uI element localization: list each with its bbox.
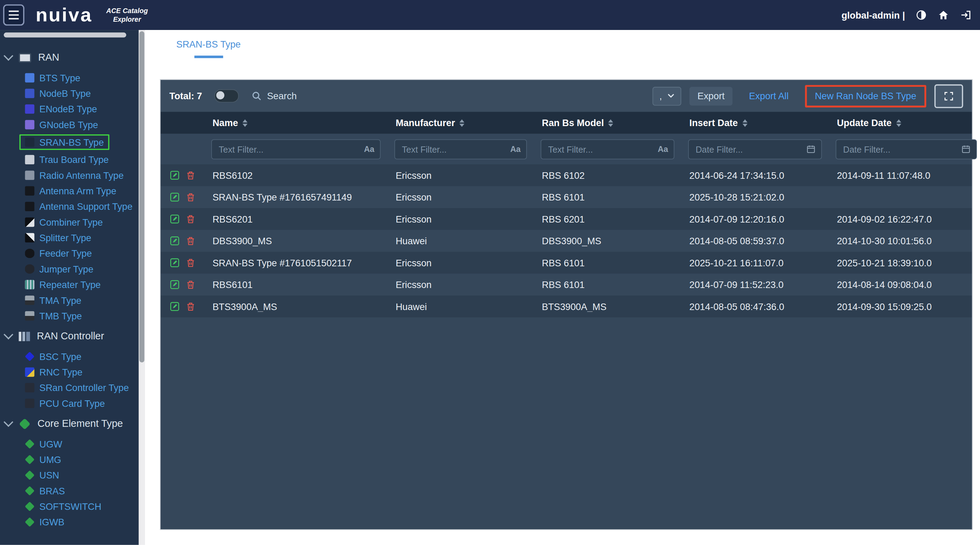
cell-insert-date: 2025-10-21 16:11:07.0 (688, 257, 835, 268)
sidebar-item-radio-antenna-type[interactable]: Radio Antenna Type (0, 167, 139, 183)
delete-button[interactable] (186, 192, 196, 203)
theme-contrast-button[interactable] (916, 9, 927, 21)
sidebar-item-sran-bs-type[interactable]: SRAN-BS Type (0, 133, 139, 152)
logout-button[interactable] (960, 9, 971, 21)
delete-button[interactable] (186, 280, 196, 290)
edit-pencil-icon (170, 301, 180, 312)
update-date-filter[interactable] (835, 139, 977, 159)
section-core-element-type[interactable]: Core Element Type (0, 411, 139, 436)
name-filter-input[interactable] (218, 143, 360, 155)
sidebar-item-ugw[interactable]: UGW (0, 436, 139, 452)
update-date-filter-input[interactable] (842, 143, 958, 155)
delete-button[interactable] (186, 170, 196, 181)
sidebar-item-combiner-type[interactable]: Combiner Type (0, 214, 139, 230)
sidebar-item-umg[interactable]: UMG (0, 452, 139, 467)
sidebar-item-enodeb-type[interactable]: ENodeB Type (0, 101, 139, 117)
sidebar-item-sran-controller-type[interactable]: SRan Controller Type (0, 380, 139, 396)
sort-icon[interactable] (608, 119, 613, 127)
edit-button[interactable] (170, 192, 180, 203)
manufacturer-filter[interactable]: Aa (395, 139, 527, 159)
case-sensitivity-toggle[interactable]: Aa (364, 145, 374, 154)
column-header-ran-bs-model[interactable]: Ran Bs Model (541, 118, 688, 128)
sidebar-item-antenna-support-type[interactable]: Antenna Support Type (0, 199, 139, 214)
sidebar-item-pcu-card-type[interactable]: PCU Card Type (0, 396, 139, 411)
name-filter[interactable]: Aa (211, 139, 381, 159)
section-ran-controller[interactable]: RAN Controller (0, 324, 139, 349)
calendar-icon[interactable] (961, 145, 971, 154)
case-sensitivity-toggle[interactable]: Aa (510, 145, 521, 154)
column-header-update-date[interactable]: Update Date (835, 118, 972, 128)
edit-button[interactable] (170, 301, 180, 312)
sidebar-item-antenna-arm-type[interactable]: Antenna Arm Type (0, 183, 139, 199)
cell-insert-date: 2014-07-09 11:52:23.0 (688, 280, 835, 290)
hamburger-menu-button[interactable] (3, 5, 24, 26)
table-row[interactable]: SRAN-BS Type #1761657491149 Ericsson RBS… (161, 186, 972, 208)
sidebar-vertical-scrollbar[interactable] (139, 30, 145, 545)
fullscreen-button[interactable] (934, 84, 963, 108)
delete-button[interactable] (186, 301, 196, 312)
sort-icon[interactable] (742, 119, 748, 127)
sidebar-item-trau-board-type[interactable]: Trau Board Type (0, 152, 139, 167)
export-all-button[interactable]: Export All (741, 86, 797, 105)
search-button[interactable]: Search (251, 91, 297, 101)
delete-button[interactable] (186, 236, 196, 246)
bras-icon (25, 486, 35, 496)
table-row[interactable]: DBS3900_MS Huawei DBS3900_MS 2014-08-05 … (161, 230, 972, 251)
edit-button[interactable] (170, 257, 180, 268)
table-row[interactable]: RBS6101 Ericsson RBS 6101 2014-07-09 11:… (161, 273, 972, 295)
cell-ran-bs-model: DBS3900_MS (541, 236, 688, 246)
sidebar-item-feeder-type[interactable]: Feeder Type (0, 246, 139, 261)
scrollbar-thumb[interactable] (139, 31, 145, 362)
edit-button[interactable] (170, 170, 180, 181)
calendar-icon[interactable] (806, 145, 816, 154)
new-ran-node-bs-type-button[interactable]: New Ran Node BS Type (805, 85, 926, 107)
sidebar-item-bts-type[interactable]: BTS Type (0, 70, 139, 86)
sort-icon[interactable] (242, 119, 247, 127)
delete-button[interactable] (186, 257, 196, 268)
column-header-insert-date[interactable]: Insert Date (688, 118, 835, 128)
table-row[interactable]: SRAN-BS Type #1761051502117 Ericsson RBS… (161, 252, 972, 273)
sidebar-item-tma-type[interactable]: TMA Type (0, 292, 139, 308)
insert-date-filter-input[interactable] (694, 143, 803, 155)
edit-button[interactable] (170, 236, 180, 246)
sort-icon[interactable] (459, 119, 465, 127)
sidebar-item-usn[interactable]: USN (0, 467, 139, 483)
sidebar-item-bsc-type[interactable]: BSC Type (0, 349, 139, 364)
column-label: Insert Date (689, 118, 738, 128)
sort-icon[interactable] (896, 119, 901, 127)
sidebar-item-nodeb-type[interactable]: NodeB Type (0, 86, 139, 101)
sidebar-item-label: Trau Board Type (39, 154, 108, 165)
gnodeb-type-icon (25, 120, 35, 129)
csv-separator-select[interactable]: , (653, 86, 681, 105)
sidebar-item-jumper-type[interactable]: Jumper Type (0, 261, 139, 276)
table-row[interactable]: BTS3900A_MS Huawei BTS3900A_MS 2014-08-0… (161, 296, 972, 317)
ran-bs-model-filter[interactable]: Aa (541, 139, 675, 159)
delete-button[interactable] (186, 214, 196, 224)
case-sensitivity-toggle[interactable]: Aa (658, 145, 668, 154)
ran-bs-model-filter-input[interactable] (547, 143, 654, 155)
sidebar-item-repeater-type[interactable]: Repeater Type (0, 277, 139, 292)
manufacturer-filter-input[interactable] (401, 143, 506, 155)
table-row[interactable]: RBS6201 Ericsson RBS 6201 2014-07-09 12:… (161, 208, 972, 230)
insert-date-filter[interactable] (688, 139, 822, 159)
column-header-name[interactable]: Name (211, 118, 394, 128)
edit-button[interactable] (170, 280, 180, 290)
filter-toggle[interactable] (215, 89, 239, 102)
home-button[interactable] (938, 9, 949, 21)
table-row[interactable]: RBS6102 Ericsson RBS 6102 2014-06-24 17:… (161, 164, 972, 186)
edit-pencil-icon (170, 236, 180, 246)
export-button[interactable]: Export (689, 86, 733, 105)
sidebar-item-splitter-type[interactable]: Splitter Type (0, 230, 139, 245)
column-header-manufacturer[interactable]: Manufacturer (395, 118, 541, 128)
sidebar-horizontal-scrollbar[interactable] (4, 32, 126, 38)
sidebar-item-tmb-type[interactable]: TMB Type (0, 308, 139, 324)
sidebar-item-bras[interactable]: BRAS (0, 483, 139, 499)
sidebar-item-softswitch[interactable]: SOFTSWITCH (0, 499, 139, 514)
edit-button[interactable] (170, 214, 180, 224)
search-icon (251, 91, 262, 101)
section-ran[interactable]: RAN (0, 45, 139, 70)
sidebar-item-rnc-type[interactable]: RNC Type (0, 364, 139, 380)
sidebar-item-gnodeb-type[interactable]: GNodeB Type (0, 117, 139, 132)
sidebar-item-igwb[interactable]: IGWB (0, 514, 139, 530)
tab-sran-bs-type[interactable]: SRAN-BS Type (175, 38, 242, 49)
